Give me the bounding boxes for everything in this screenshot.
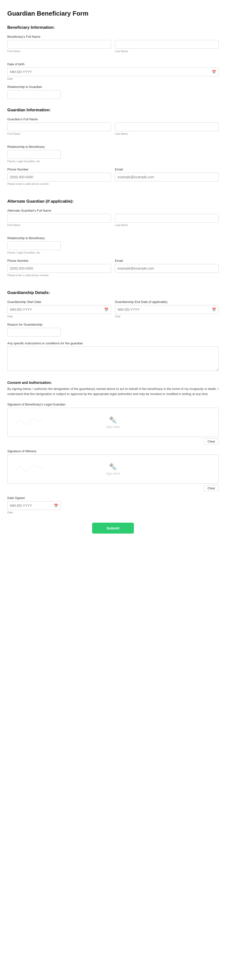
consent-title: Consent and Authorization: <box>7 381 219 385</box>
guardianship-end-group: Guardianship End Date (if applicable) 📅 … <box>115 300 219 318</box>
guardianship-instructions-group: Any specific instructions or conditions … <box>7 342 219 372</box>
calendar-signed-icon[interactable]: 📅 <box>52 504 60 508</box>
date-signed-hint: Date <box>7 511 219 514</box>
guardian-section: Guardian Information: Guardian's Full Na… <box>7 108 219 190</box>
alternate-firstname-hint: First Name <box>7 224 111 226</box>
alternate-relationship-input[interactable] <box>7 241 61 250</box>
calendar-start-icon[interactable]: 📅 <box>102 308 111 312</box>
sign-here-text-1: Sign Here <box>106 425 120 429</box>
beneficiary-firstname-hint: First Name <box>7 50 111 52</box>
beneficiary-dob-group: Date of birth 📅 Date <box>7 62 219 80</box>
guardian-firstname-field: First Name <box>7 123 111 135</box>
alternate-relationship-hint: Parent, Legal Guardian, etc. <box>7 251 219 254</box>
pen-icon: ✒️ <box>109 416 117 424</box>
guardian-relationship-group: Relationship to Beneficiary Parent, Lega… <box>7 145 219 163</box>
beneficiary-relationship-label: Relationship to Guardian <box>7 85 219 89</box>
beneficiary-firstname-field: First Name <box>7 40 111 52</box>
sig-beneficiary-canvas[interactable]: ✒️ Sign Here <box>7 408 219 437</box>
alternate-relationship-label: Relationship to Beneficiary <box>7 236 219 240</box>
guardian-relationship-hint: Parent, Legal Guardian, etc. <box>7 160 219 163</box>
alternate-section-title: Alternate Guardian (if applicable): <box>7 199 219 204</box>
pen-icon-2: ✒️ <box>109 463 117 471</box>
guardianship-start-hint: Date <box>7 315 111 318</box>
guardianship-reason-group: Reason for Guardianship <box>7 323 219 337</box>
alternate-phone-hint: Please enter a valid phone number. <box>7 274 111 277</box>
beneficiary-dob-hint: Date <box>7 77 219 80</box>
date-signed-input[interactable] <box>8 501 52 510</box>
guardian-firstname-input[interactable] <box>7 123 111 131</box>
guardianship-instructions-label: Any specific instructions or conditions … <box>7 342 219 345</box>
beneficiary-lastname-hint: Last Name <box>115 50 219 52</box>
alternate-email-label: Email <box>115 259 219 262</box>
guardian-fullname-group: Guardian's Full Name First Name Last Nam… <box>7 118 219 140</box>
beneficiary-relationship-group: Relationship to Guardian <box>7 85 219 99</box>
guardianship-section-title: Guardianship Details: <box>7 290 219 295</box>
alternate-firstname-field: First Name <box>7 214 111 226</box>
date-signed-wrapper: 📅 <box>7 501 61 510</box>
sign-here-text-2: Sign Here <box>106 472 120 476</box>
guardian-phone-input[interactable] <box>7 173 111 181</box>
sig-witness-group: Signature of Witness ✒️ Sign Here Clear <box>7 449 219 491</box>
alternate-firstname-input[interactable] <box>7 214 111 223</box>
guardian-section-title: Guardian Information: <box>7 108 219 113</box>
guardianship-section: Guardianship Details: Guardianship Start… <box>7 290 219 372</box>
alternate-email-input[interactable] <box>115 264 219 273</box>
sig-beneficiary-placeholder: ✒️ Sign Here <box>106 416 120 429</box>
beneficiary-dob-label: Date of birth <box>7 62 219 66</box>
sig-witness-scribble <box>15 462 44 474</box>
beneficiary-dob-input[interactable] <box>8 68 209 76</box>
guardianship-end-input[interactable] <box>115 305 209 314</box>
alternate-fullname-label: Alternate Guardian's Full Name <box>7 209 219 212</box>
sig-witness-clear-button[interactable]: Clear <box>204 485 219 491</box>
beneficiary-lastname-input[interactable] <box>115 40 219 49</box>
guardian-relationship-input[interactable] <box>7 150 61 159</box>
consent-box: Consent and Authorization: By signing be… <box>7 381 219 397</box>
guardianship-start-wrapper: 📅 <box>7 305 111 314</box>
guardianship-reason-input[interactable] <box>7 328 61 337</box>
date-signed-group: Date Signed 📅 Date <box>7 496 219 514</box>
guardian-lastname-input[interactable] <box>115 123 219 131</box>
guardian-contact-row: Phone Number Please enter a valid phone … <box>7 167 219 190</box>
calendar-icon[interactable]: 📅 <box>209 70 218 74</box>
guardian-phone-group: Phone Number Please enter a valid phone … <box>7 167 111 185</box>
calendar-end-icon[interactable]: 📅 <box>209 308 218 312</box>
alternate-phone-label: Phone Number <box>7 259 111 262</box>
guardianship-start-input[interactable] <box>8 305 102 314</box>
consent-section: Consent and Authorization: By signing be… <box>7 381 219 514</box>
beneficiary-section-title: Beneficiary Information: <box>7 25 219 30</box>
sig-beneficiary-clear-button[interactable]: Clear <box>204 438 219 444</box>
beneficiary-fullname-group: Beneficiary's Full Name First Name Last … <box>7 35 219 57</box>
alternate-phone-input[interactable] <box>7 264 111 273</box>
guardianship-start-label: Guardianship Start Date <box>7 300 111 304</box>
page-title: Guardian Beneficiary Form <box>7 10 219 17</box>
guardian-phone-hint: Please enter a valid phone number. <box>7 182 111 185</box>
sig-beneficiary-group: Signature of Beneficiary's Legal Guardia… <box>7 402 219 444</box>
guardian-email-input[interactable] <box>115 173 219 181</box>
sig-beneficiary-scribble <box>15 415 44 427</box>
sig-beneficiary-label: Signature of Beneficiary's Legal Guardia… <box>7 402 219 406</box>
alternate-email-group: Email <box>115 259 219 277</box>
beneficiary-lastname-field: Last Name <box>115 40 219 52</box>
alternate-lastname-hint: Last Name <box>115 224 219 226</box>
date-signed-label: Date Signed <box>7 496 219 500</box>
guardianship-instructions-input[interactable] <box>7 347 219 371</box>
beneficiary-relationship-input[interactable] <box>7 90 61 99</box>
guardianship-end-hint: Date <box>115 315 219 318</box>
submit-button[interactable]: Submit <box>92 523 134 534</box>
sig-witness-canvas[interactable]: ✒️ Sign Here <box>7 455 219 484</box>
beneficiary-firstname-input[interactable] <box>7 40 111 49</box>
guardian-fullname-label: Guardian's Full Name <box>7 118 219 121</box>
sig-witness-label: Signature of Witness <box>7 449 219 453</box>
beneficiary-section: Beneficiary Information: Beneficiary's F… <box>7 25 219 99</box>
alternate-lastname-input[interactable] <box>115 214 219 223</box>
beneficiary-dob-wrapper: 📅 <box>7 67 219 76</box>
guardian-phone-label: Phone Number <box>7 167 111 171</box>
alternate-section: Alternate Guardian (if applicable): Alte… <box>7 199 219 282</box>
guardianship-end-wrapper: 📅 <box>115 305 219 314</box>
guardian-lastname-field: Last Name <box>115 123 219 135</box>
sig-witness-placeholder: ✒️ Sign Here <box>106 463 120 476</box>
guardianship-end-label: Guardianship End Date (if applicable) <box>115 300 219 304</box>
alternate-relationship-group: Relationship to Beneficiary Parent, Lega… <box>7 236 219 254</box>
consent-text: By signing below, I authorize the design… <box>7 387 219 397</box>
guardian-relationship-label: Relationship to Beneficiary <box>7 145 219 148</box>
